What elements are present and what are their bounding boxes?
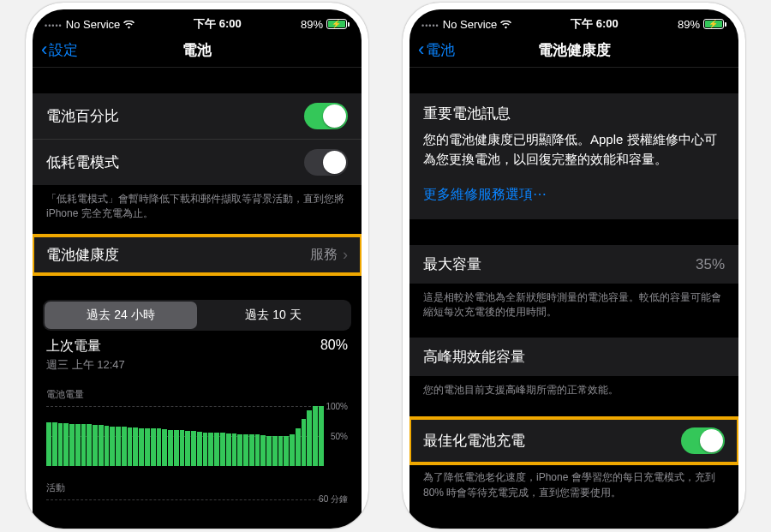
row-peak-performance[interactable]: 高峰期效能容量: [409, 338, 738, 376]
more-service-options-link[interactable]: 更多維修服務選項⋯: [409, 177, 738, 216]
row-low-power-mode[interactable]: 低耗電模式: [33, 139, 362, 185]
label: 電池健康度: [46, 245, 119, 265]
chart-label: 活動: [46, 481, 348, 494]
battery-level-chart: 電池電量 100% 50%: [46, 388, 348, 466]
label: 最大容量: [423, 254, 481, 274]
page-title: 電池: [33, 40, 362, 60]
segment-10d[interactable]: 過去 10 天: [197, 302, 350, 329]
wifi-icon: [500, 19, 511, 32]
nav-bar: ‹ 電池 電池健康度: [409, 33, 738, 68]
back-label: 設定: [49, 40, 78, 60]
back-button[interactable]: ‹ 設定: [38, 37, 81, 63]
battery-health-value: 服務: [310, 246, 338, 264]
segment-24h[interactable]: 過去 24 小時: [45, 302, 197, 329]
peak-performance-footnote: 您的電池目前支援高峰期所需的正常效能。: [409, 376, 738, 406]
low-power-toggle[interactable]: [304, 149, 348, 176]
max-capacity-footnote: 這是相較於電池為全新狀態時測量的電池容量。較低的容量可能會縮短每次充電後的使用時…: [409, 284, 738, 329]
chevron-right-icon: ›: [343, 246, 348, 264]
status-bar: No Service 下午 6:00 89% ⚡: [409, 9, 738, 33]
phone-battery-settings: No Service 下午 6:00 89% ⚡ ‹ 設定 電池: [26, 3, 368, 529]
label: 電池百分比: [46, 106, 119, 126]
last-level-block: 80% 上次電量 週三 上午 12:47: [33, 331, 362, 373]
wifi-icon: [123, 19, 134, 32]
battery-percentage-toggle[interactable]: [304, 103, 348, 129]
row-max-capacity: 最大容量 35%: [409, 245, 738, 284]
row-optimized-charging[interactable]: 最佳化電池充電: [409, 418, 738, 463]
battery-percent: 89%: [301, 18, 323, 31]
back-label: 電池: [426, 40, 455, 60]
max-capacity-value: 35%: [696, 256, 725, 273]
label: 低耗電模式: [46, 152, 119, 172]
last-level-label: 上次電量: [46, 338, 348, 356]
status-bar: No Service 下午 6:00 89% ⚡: [33, 9, 362, 33]
nav-bar: ‹ 設定 電池: [33, 33, 362, 68]
clock: 下午 6:00: [194, 16, 242, 32]
page-title: 電池健康度: [409, 40, 738, 60]
chart-label: 電池電量: [46, 388, 348, 401]
optimized-charging-toggle[interactable]: [681, 427, 725, 454]
label: 最佳化電池充電: [423, 431, 525, 451]
phone-battery-health: No Service 下午 6:00 89% ⚡ ‹ 電池 電池健康度 重要電池…: [403, 3, 745, 529]
low-power-footnote: 「低耗電模式」會暫時降低下載和郵件擷取等背景活動，直到您將 iPhone 完全充…: [33, 185, 362, 230]
last-level-percent: 80%: [320, 338, 348, 353]
carrier: No Service: [66, 18, 121, 31]
battery-icon: ⚡: [326, 19, 350, 29]
last-level-time: 週三 上午 12:47: [46, 357, 348, 373]
notice-heading: 重要電池訊息: [409, 93, 738, 125]
row-battery-percentage[interactable]: 電池百分比: [33, 93, 362, 139]
label: 高峰期效能容量: [423, 347, 525, 367]
activity-chart: 活動 60 分鐘: [46, 481, 348, 520]
history-segmented-control[interactable]: 過去 24 小時 過去 10 天: [43, 300, 351, 331]
optimized-charging-footnote: 為了降低電池老化速度，iPhone 會學習您的每日充電模式，充到 80% 時會等…: [409, 463, 738, 509]
notice-body: 您的電池健康度已明顯降低。Apple 授權維修中心可為您更換電池，以回復完整的效…: [409, 125, 738, 177]
battery-icon: ⚡: [703, 19, 726, 29]
row-battery-health[interactable]: 電池健康度 服務 ›: [33, 236, 362, 274]
back-button[interactable]: ‹ 電池: [415, 37, 458, 63]
